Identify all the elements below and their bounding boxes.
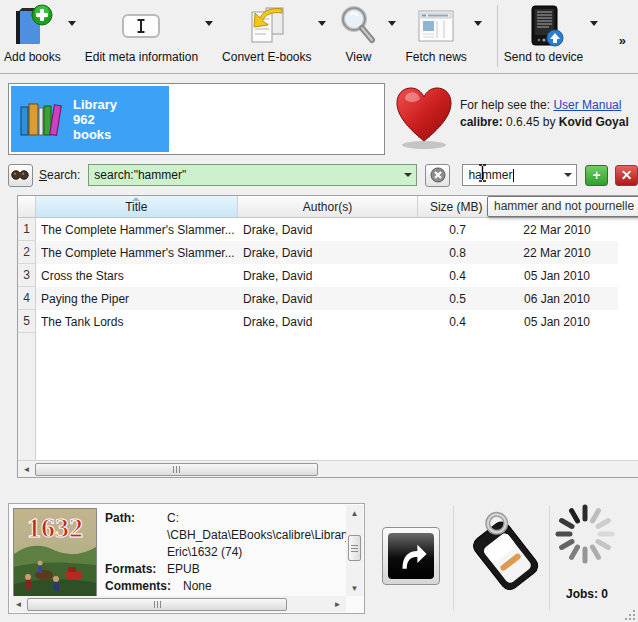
details-vertical-scrollbar[interactable]: ▲ ▼: [346, 505, 363, 596]
add-books-button[interactable]: Add books: [4, 3, 83, 64]
ibeam-cursor: [478, 164, 487, 182]
fetch-news-button[interactable]: Fetch news: [405, 3, 488, 64]
resize-grip[interactable]: [623, 608, 636, 621]
search-input[interactable]: search:"hammer": [88, 164, 417, 186]
cell-date[interactable]: 06 Jan 2010: [496, 287, 618, 310]
text-caret: [513, 169, 514, 182]
search-label: Search:: [39, 168, 80, 182]
advanced-search-button[interactable]: [8, 164, 33, 187]
app-name: calibre:: [460, 115, 503, 129]
edit-meta-label: Edit meta information: [85, 50, 198, 64]
fetch-news-dropdown-icon[interactable]: [474, 21, 482, 26]
table-row[interactable]: 1 The Complete Hammer's Slammer... Drake…: [18, 218, 638, 241]
scroll-left-icon[interactable]: ◄: [10, 596, 27, 612]
edit-meta-dropdown-icon[interactable]: [205, 21, 213, 26]
library-location-button[interactable]: Library 962 books: [11, 86, 169, 152]
cell-title[interactable]: Cross the Stars: [36, 264, 238, 287]
cell-date[interactable]: 05 Jan 2010: [496, 264, 618, 287]
delete-search-button[interactable]: ✕: [615, 165, 638, 186]
send-shortcut-button[interactable]: [382, 527, 440, 585]
donate-heart-icon[interactable]: [392, 83, 456, 155]
search-row: Search: search:"hammer" hammer + ✕: [0, 162, 638, 188]
cell-title[interactable]: Paying the Piper: [36, 287, 238, 310]
search-dropdown-icon[interactable]: [399, 165, 416, 185]
cell-date[interactable]: 22 Mar 2010: [496, 218, 618, 241]
path-label: Path:: [105, 510, 167, 527]
edit-meta-button[interactable]: Edit meta information: [85, 3, 220, 64]
app-author: Kovid Goyal: [559, 115, 629, 129]
send-to-device-button[interactable]: Send to device: [504, 3, 605, 64]
convert-ebooks-label: Convert E-books: [222, 50, 311, 64]
library-label: Library: [73, 97, 117, 112]
view-label: View: [346, 50, 372, 64]
cell-date[interactable]: 22 Mar 2010: [496, 241, 618, 264]
header-author[interactable]: Author(s): [238, 196, 419, 218]
scrollbar-thumb[interactable]: [35, 463, 318, 476]
details-horizontal-scrollbar[interactable]: ◄ ►: [10, 596, 346, 612]
saved-search-dropdown-icon[interactable]: [559, 165, 576, 185]
cell-size[interactable]: 0.4: [419, 264, 496, 287]
add-books-dropdown-icon[interactable]: [68, 21, 76, 26]
save-search-button[interactable]: +: [585, 165, 608, 186]
scrollbar-thumb[interactable]: [348, 535, 361, 561]
sort-ascending-icon: [132, 197, 140, 201]
header-title[interactable]: Title: [36, 196, 238, 218]
formats-value: EPUB: [167, 561, 200, 578]
send-to-device-icon: [521, 3, 567, 49]
toolbar-overflow-button[interactable]: »: [619, 3, 634, 48]
row-number: 3: [18, 264, 36, 287]
add-books-icon: [9, 3, 55, 49]
cell-title[interactable]: The Tank Lords: [36, 310, 238, 333]
cell-author[interactable]: Drake, David: [238, 241, 419, 264]
cell-title[interactable]: The Complete Hammer's Slammer...: [36, 241, 238, 264]
book-cover: 1632: [13, 508, 97, 608]
view-dropdown-icon[interactable]: [388, 21, 396, 26]
x-icon: ✕: [621, 168, 633, 182]
status-bar: 1632 Path: C: \CBH_Data\EBooks\calibre\L…: [0, 495, 638, 622]
table-row[interactable]: 2 The Complete Hammer's Slammer... Drake…: [18, 241, 638, 264]
cell-date[interactable]: 05 Jan 2010: [496, 310, 618, 333]
tag-editor-icon[interactable]: [460, 503, 550, 607]
plus-icon: +: [592, 168, 600, 182]
scroll-up-icon[interactable]: ▲: [346, 505, 363, 521]
cell-author[interactable]: Drake, David: [238, 287, 419, 310]
cell-size[interactable]: 0.7: [419, 218, 496, 241]
table-horizontal-scrollbar[interactable]: ◄: [18, 460, 638, 477]
view-button[interactable]: View: [335, 3, 403, 64]
user-manual-link[interactable]: User Manual: [553, 98, 621, 112]
row-number: 4: [18, 287, 36, 310]
cell-title[interactable]: The Complete Hammer's Slammer...: [36, 218, 238, 241]
convert-ebooks-dropdown-icon[interactable]: [318, 21, 326, 26]
send-to-device-label: Send to device: [504, 50, 583, 64]
scrollbar-thumb[interactable]: [27, 598, 287, 611]
table-row[interactable]: 5 The Tank Lords Drake, David 0.4 05 Jan…: [18, 310, 638, 333]
row-number: 1: [18, 218, 36, 241]
row-number: 5: [18, 310, 36, 333]
send-to-device-dropdown-icon[interactable]: [590, 21, 598, 26]
cell-author[interactable]: Drake, David: [238, 264, 419, 287]
convert-ebooks-button[interactable]: Convert E-books: [222, 3, 333, 64]
cell-size[interactable]: 0.4: [419, 310, 496, 333]
scroll-left-icon[interactable]: ◄: [18, 461, 35, 477]
clear-search-button[interactable]: [425, 164, 450, 187]
toolbar-separator: [497, 5, 498, 67]
library-books-icon: [19, 101, 63, 137]
jobs-count[interactable]: Jobs: 0: [552, 587, 622, 601]
library-count: 962: [73, 112, 117, 127]
cell-size[interactable]: 0.5: [419, 287, 496, 310]
cell-author[interactable]: Drake, David: [238, 218, 419, 241]
comments-value: None: [183, 578, 212, 595]
scroll-down-icon[interactable]: ▼: [346, 580, 363, 596]
table-row[interactable]: 3 Cross the Stars Drake, David 0.4 05 Ja…: [18, 264, 638, 287]
curved-arrow-icon: [394, 539, 428, 573]
scroll-right-icon[interactable]: ►: [329, 596, 346, 612]
table-row[interactable]: 4 Paying the Piper Drake, David 0.5 06 J…: [18, 287, 638, 310]
jobs-spinner-icon[interactable]: [552, 501, 618, 567]
header-size[interactable]: Size (MB): [418, 196, 495, 218]
cell-author[interactable]: Drake, David: [238, 310, 419, 333]
fetch-news-label: Fetch news: [405, 50, 466, 64]
cell-size[interactable]: 0.8: [419, 241, 496, 264]
app-version: 0.6.45 by: [503, 115, 559, 129]
book-details-panel[interactable]: 1632 Path: C: \CBH_Data\EBooks\calibre\L…: [8, 503, 365, 614]
clear-search-icon: [430, 167, 446, 183]
